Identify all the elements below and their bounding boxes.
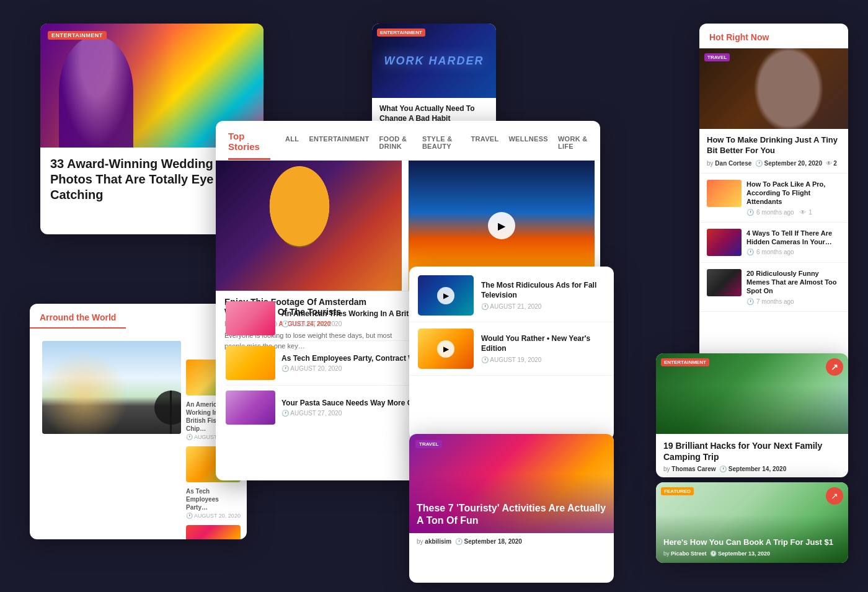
person-silhouette <box>59 36 133 148</box>
sidelist-thumb-1 <box>226 346 275 380</box>
hot-list-thumb-0 <box>707 180 742 207</box>
card-rightlist: ▶ The Most Ridiculous Ads for Fall Telev… <box>409 267 614 440</box>
work-image: WORK HARDER ENTERTAINMENT <box>372 24 496 98</box>
hot-featured-meta: by Dan Cortese 🕐 September 20, 2020 👁 2 <box>707 160 841 167</box>
card-hot: Hot Right Now TRAVEL How To Make Drinkin… <box>699 24 848 371</box>
world-main-image <box>42 341 181 434</box>
topstories-tabs: ALL ENTERTAINMENT FOOD & DRINK STYLE & B… <box>285 135 588 156</box>
card-world: Arround the World An American Working In… <box>30 304 247 539</box>
tab-entertainment[interactable]: ENTERTAINMENT <box>309 135 369 150</box>
rightlist-title-1: Would You Rather • New Year's Edition <box>481 334 605 353</box>
hot-list-title-2: 20 Ridiculously Funny Memes That are Alm… <box>746 269 841 296</box>
article1-image <box>216 161 402 291</box>
card-work: WORK HARDER ENTERTAINMENT What You Actua… <box>372 24 496 135</box>
travel-title[interactable]: These 7 'Touristy' Activities Are Actual… <box>417 502 606 527</box>
hot-list-item-2[interactable]: 20 Ridiculously Funny Memes That are Alm… <box>699 263 848 312</box>
wedding-badge: ENTERTAINMENT <box>48 31 107 40</box>
tab-food[interactable]: FOOD & DRINK <box>379 135 412 150</box>
rightlist-info-0: The Most Ridiculous Ads for Fall Televis… <box>481 281 605 310</box>
booktrip-image: FEATURED ↗ Here's How You Can Book A Tri… <box>656 482 848 563</box>
hot-list-title-0: How To Pack Like A Pro, According To Fli… <box>746 180 841 206</box>
tab-work[interactable]: WORK & LIFE <box>558 135 588 150</box>
hot-featured-date: September 20, 2020 <box>764 160 822 167</box>
booktrip-date: September 13, 2020 <box>718 550 770 557</box>
hot-list-item-0[interactable]: How To Pack Like A Pro, According To Fli… <box>699 174 848 223</box>
booktrip-title[interactable]: Here's How You Can Book A Trip For Just … <box>663 537 841 548</box>
hot-list-info-1: 4 Ways To Tell If There Are Hidden Camer… <box>746 229 841 256</box>
hot-featured-image: TRAVEL <box>699 48 848 129</box>
rightlist-meta-0: 🕐 AUGUST 21, 2020 <box>481 303 605 310</box>
camping-date: September 14, 2020 <box>728 466 786 472</box>
world-side-item-2[interactable]: Your Pasta Sauce Needs Way More… 🕐 AUGUS… <box>186 525 241 539</box>
hot-featured-author: Dan Cortese <box>715 160 751 167</box>
rightlist-play-0[interactable]: ▶ <box>418 275 474 316</box>
topstories-header: Top Stories ALL ENTERTAINMENT FOOD & DRI… <box>216 121 600 161</box>
rightlist-info-1: Would You Rather • New Year's Edition 🕐 … <box>481 334 605 363</box>
world-side-thumb-2 <box>186 525 241 539</box>
hot-header-title: Hot Right Now <box>709 32 838 42</box>
travel-date: September 18, 2020 <box>464 538 522 545</box>
rightlist-thumb-1: ▶ <box>418 329 474 369</box>
rightlist-thumb-0: ▶ <box>418 275 474 316</box>
camping-meta: by Thomas Carew 🕐 September 14, 2020 <box>663 466 841 472</box>
sidelist-thumb-0 <box>226 301 275 335</box>
article1-section: Enjoy This Footage Of Amsterdam Without … <box>216 161 408 291</box>
tab-all[interactable]: ALL <box>285 135 299 150</box>
hot-list-item-1[interactable]: 4 Ways To Tell If There Are Hidden Camer… <box>699 223 848 263</box>
travel-image: TRAVEL These 7 'Touristy' Activities Are… <box>409 434 614 533</box>
hot-list-info-2: 20 Ridiculously Funny Memes That are Alm… <box>746 269 841 305</box>
booktrip-badge: FEATURED <box>661 487 694 495</box>
booktrip-trend-icon[interactable]: ↗ <box>826 487 843 505</box>
tab-wellness[interactable]: WELLNESS <box>508 135 548 150</box>
travel-author: akbilisim <box>425 538 451 545</box>
hot-header: Hot Right Now <box>699 24 848 48</box>
world-header: Arround the World <box>30 304 126 329</box>
rightlist-item-0[interactable]: ▶ The Most Ridiculous Ads for Fall Telev… <box>409 267 614 322</box>
booktrip-author: Picabo Street <box>671 550 707 557</box>
hot-list-thumb-1 <box>707 229 742 256</box>
hot-featured-title[interactable]: How To Make Drinking Just A Tiny Bit Bet… <box>707 135 841 156</box>
article2-play-btn[interactable]: ▶ <box>488 212 515 239</box>
tab-travel[interactable]: TRAVEL <box>471 135 498 150</box>
booktrip-content: Here's How You Can Book A Trip For Just … <box>663 537 841 557</box>
hot-featured-views: 2 <box>833 160 837 167</box>
camping-title[interactable]: 19 Brilliant Hacks for Your Next Family … <box>663 440 841 462</box>
camping-badge: ENTERTAINMENT <box>661 358 709 366</box>
world-main-row: An American Working In A British Fish & … <box>30 329 247 539</box>
hot-list-thumb-2 <box>707 269 742 296</box>
hot-list-info-0: How To Pack Like A Pro, According To Fli… <box>746 180 841 216</box>
world-tree <box>170 391 172 434</box>
camping-image: ENTERTAINMENT ↗ <box>656 353 848 434</box>
travel-content: by akbilisim 🕐 September 18, 2020 <box>409 533 614 550</box>
rightlist-play-1[interactable]: ▶ <box>418 329 474 369</box>
camping-trend-icon[interactable]: ↗ <box>826 358 843 376</box>
travel-badge: TRAVEL <box>415 440 442 448</box>
world-side-label-1: As Tech Employees Party… <box>186 487 241 511</box>
hot-list-meta-2: 🕐 7 months ago <box>746 298 841 305</box>
rightlist-title-0: The Most Ridiculous Ads for Fall Televis… <box>481 281 605 300</box>
hot-list-title-1: 4 Ways To Tell If There Are Hidden Camer… <box>746 229 841 247</box>
camping-content: 19 Brilliant Hacks for Your Next Family … <box>656 434 848 477</box>
work-bg-text: WORK HARDER <box>384 55 484 68</box>
world-header-title: Arround the World <box>40 312 116 322</box>
card-camping: ENTERTAINMENT ↗ 19 Brilliant Hacks for Y… <box>656 353 848 477</box>
work-badge: ENTERTAINMENT <box>377 29 425 37</box>
hot-featured-info: How To Make Drinking Just A Tiny Bit Bet… <box>699 129 848 174</box>
world-side-meta-1: 🕐 AUGUST 20, 2020 <box>186 513 241 519</box>
travel-meta: by akbilisim 🕐 September 18, 2020 <box>417 538 522 545</box>
rightlist-item-1[interactable]: ▶ Would You Rather • New Year's Edition … <box>409 322 614 376</box>
topstories-active-tab[interactable]: Top Stories <box>228 131 270 160</box>
booktrip-meta: by Picabo Street 🕐 September 13, 2020 <box>663 550 841 557</box>
card-travel: TRAVEL These 7 'Touristy' Activities Are… <box>409 434 614 583</box>
hot-badge: TRAVEL <box>704 53 730 61</box>
hot-list-meta-0: 🕐 6 months ago 👁 1 <box>746 209 841 216</box>
travel-title-overlay: These 7 'Touristy' Activities Are Actual… <box>417 502 606 527</box>
sidelist-thumb-2 <box>226 391 275 425</box>
rightlist-meta-1: 🕐 AUGUST 19, 2020 <box>481 356 605 363</box>
article1-art <box>216 161 402 291</box>
tab-style[interactable]: STYLE & BEAUTY <box>422 135 461 150</box>
hot-list-meta-1: 🕐 6 months ago <box>746 249 841 255</box>
card-booktrip: FEATURED ↗ Here's How You Can Book A Tri… <box>656 482 848 563</box>
camping-author: Thomas Carew <box>671 466 715 472</box>
